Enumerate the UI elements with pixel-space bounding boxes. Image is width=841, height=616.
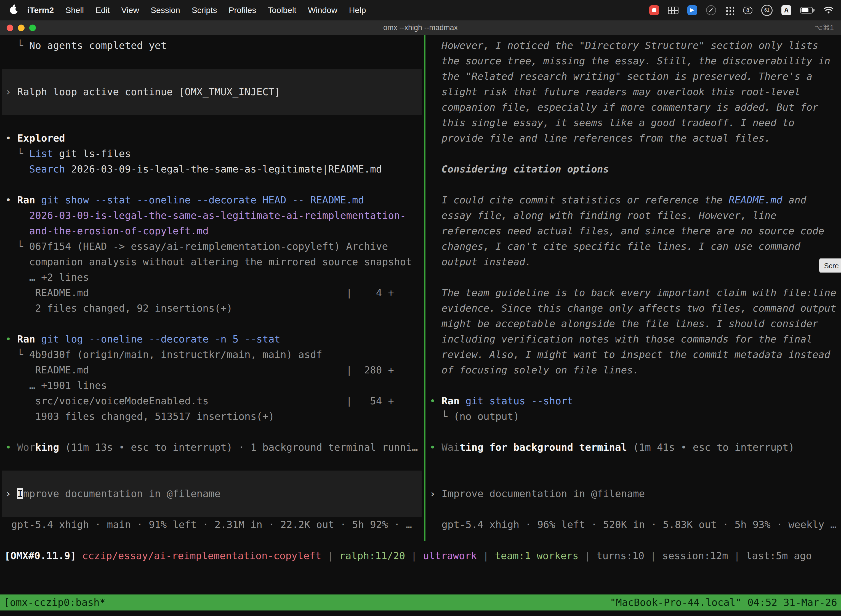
terminal-line [5,471,424,486]
menu-bar: iTerm2 Shell Edit View Session Scripts P… [0,0,841,21]
terminal-line: … +1901 lines [5,378,424,393]
terminal-line: 2026-03-09-is-legal-the-same-as-legitima… [5,208,424,223]
terminal-line [429,471,841,486]
terminal-line: Search 2026-03-09-is-legal-the-same-as-l… [5,161,424,177]
terminal-line: evidence. Since this change only affects… [429,301,841,316]
terminal-line [5,502,424,517]
terminal-line: └ List git ls-files [5,146,424,161]
terminal-line: └ No agents completed yet [5,38,424,53]
battery-tip [813,9,815,12]
wifi-icon[interactable] [823,6,834,14]
terminal-line [429,455,841,471]
terminal-line [429,146,841,161]
apple-icon[interactable] [10,6,18,14]
dots-grid-icon[interactable] [725,6,734,15]
terminal-line: README.md | 280 + [5,362,424,378]
battery-icon[interactable] [800,7,815,13]
menu-item-iterm2[interactable]: iTerm2 [22,0,60,21]
left-pane-rows: └ No agents completed yet› Ralph loop ac… [5,38,424,532]
inject-banner-line: › Ralph loop active continue [OMX_TMUX_I… [5,84,424,100]
terminal-line: • Ran git show --stat --oneline --decora… [5,192,424,208]
left-terminal-pane[interactable]: └ No agents completed yet› Ralph loop ac… [0,35,424,541]
terminal-line: … +2 lines [5,270,424,285]
menu-item-edit[interactable]: Edit [90,0,116,21]
blue-app-icon[interactable] [687,5,697,15]
menu-item-profiles[interactable]: Profiles [223,0,262,21]
close-window-button[interactable] [7,25,13,31]
terminal-line: • Ran git status --short [429,393,841,409]
terminal-line: The team guideline is to back every impo… [429,285,841,301]
working-indicator: • Working (11m 13s • esc to interrupt) ·… [5,440,424,455]
waiting-indicator: • Waiting for background terminal (1m 41… [429,440,841,455]
key-icon[interactable]: 8 [743,7,752,14]
menu-item-help[interactable]: Help [343,0,372,21]
prompt-input[interactable]: › Improve documentation in @filename [429,486,841,502]
window-hotkey: ⌥⌘1 [815,23,834,32]
terminal-line: provide file and line references from th… [429,131,841,146]
omx-status-line: [OMX#0.11.9] cczip/essay/ai-reimplementa… [4,548,812,563]
battery-fill [801,8,809,12]
screen-share-tip[interactable]: Scre [819,258,841,273]
terminal-line: the source tree, missing the essay. Stil… [429,53,841,69]
model-status-line: gpt-5.4 xhigh · 96% left · 520K in · 5.8… [429,517,841,532]
menu-item-shell[interactable]: Shell [60,0,90,21]
zoom-window-button[interactable] [29,25,36,31]
terminal-line [5,177,424,192]
terminal-line [429,424,841,440]
battery-percent-icon[interactable]: 61 [761,5,772,16]
tmux-panes: └ No agents completed yet› Ralph loop ac… [0,35,841,541]
right-terminal-pane[interactable]: However, I noticed the "Directory Struct… [425,35,841,541]
terminal-line: review. Also, I might want to inspect th… [429,347,841,362]
terminal-line: slight risk that future readers may over… [429,84,841,100]
menu-item-scripts[interactable]: Scripts [186,0,223,21]
tmux-session-label: [omx-cczip0:bash* [4,594,105,610]
model-status-line: gpt-5.4 xhigh · main · 91% left · 2.31M … [5,517,424,532]
terminal-line: the "Related research writing" section i… [429,69,841,84]
terminal-line: this single essay, it seems like a good … [429,115,841,131]
terminal-line [5,53,424,69]
minimize-window-button[interactable] [18,25,25,31]
menu-item-session[interactable]: Session [145,0,186,21]
menu-bar-status-area: 8 61 A [649,5,834,16]
terminal-line: of focusing solely on file lines. [429,362,841,378]
terminal-line: • Ran git log --oneline --decorate -n 5 … [5,331,424,347]
window-title-bar[interactable]: omx --xhigh --madmax ⌥⌘1 [0,21,841,35]
input-source-icon[interactable]: A [781,5,791,15]
menu-item-toolbelt[interactable]: Toolbelt [262,0,302,21]
terminal-line: 2 files changed, 92 insertions(+) [5,301,424,316]
terminal-line: companion file, especially if more comme… [429,100,841,115]
terminal-line: including verification notes with those … [429,331,841,347]
omx-status-bar: [OMX#0.11.9] cczip/essay/ai-reimplementa… [4,548,812,563]
screen-recording-icon[interactable] [649,5,659,15]
terminal-line: I could cite commit statistics or refere… [429,192,841,208]
terminal-line [5,316,424,331]
terminal-line: and-the-erosion-of-copyleft.md [5,223,424,239]
tmux-host-clock: "MacBook-Pro-44.local" 04:52 31-Mar-26 [610,594,837,610]
keyboard-grid-icon[interactable] [668,7,678,14]
tmux-status-bar: [omx-cczip0:bash* "MacBook-Pro-44.local"… [0,594,841,610]
terminal-line: However, I noticed the "Directory Struct… [429,38,841,53]
terminal-line: README.md | 4 + [5,285,424,301]
terminal-line: └ 4b9d30f (origin/main, instructkr/main,… [5,347,424,362]
terminal-line [5,100,424,115]
terminal-line: might be acceptable alongside the file l… [429,316,841,331]
battery-body [800,7,813,13]
desktop: { "colors":{ "term-bg":"#0e0e0e", "panel… [0,0,841,616]
menu-item-window[interactable]: Window [302,0,343,21]
menu-item-view[interactable]: View [116,0,145,21]
terminal-line [5,115,424,131]
terminal-line: └ (no output) [429,409,841,424]
terminal-line: 1903 files changed, 513517 insertions(+) [5,409,424,424]
terminal-window: └ No agents completed yet› Ralph loop ac… [0,35,841,616]
terminal-line [429,270,841,285]
terminal-line: references need actual files, and since … [429,223,841,239]
terminal-line: src/voice/voiceModeEnabled.ts | 54 + [5,393,424,409]
terminal-line [429,177,841,192]
terminal-line [429,502,841,517]
terminal-line: • Explored [5,131,424,146]
terminal-line: output instead. [429,254,841,270]
thinking-heading: Considering citation options [429,161,841,177]
traffic-lights [7,21,36,35]
prompt-input[interactable]: › Improve documentation in @filename [5,486,424,502]
dark-app-icon[interactable] [706,5,716,15]
